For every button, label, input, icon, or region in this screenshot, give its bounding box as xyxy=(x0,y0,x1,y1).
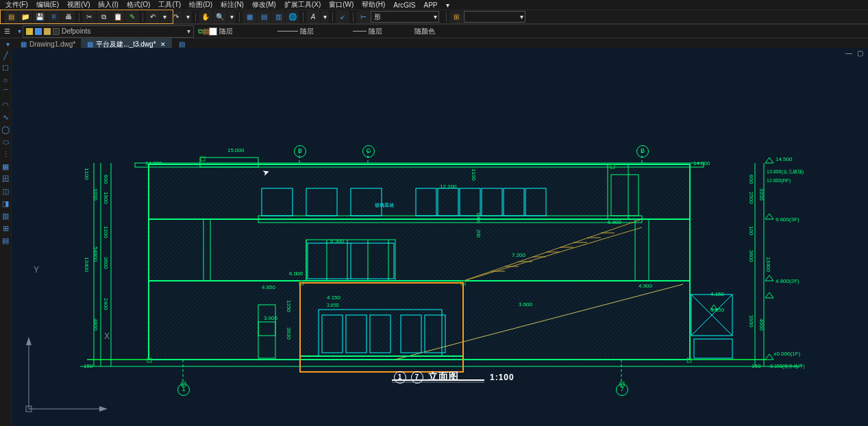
grid3-icon[interactable]: ▥ xyxy=(271,11,285,23)
region-icon[interactable]: ▤ xyxy=(1,236,10,245)
menu-more[interactable]: ▾ xyxy=(446,1,449,9)
title-circle-2: 7 xyxy=(411,371,423,384)
level-text: 12.800(RF) xyxy=(767,178,791,183)
text-drop-icon[interactable]: ▾ xyxy=(321,11,329,23)
level-text: 14.500 xyxy=(776,156,792,162)
menu-tools[interactable]: 工具(T) xyxy=(158,0,181,10)
pan-icon[interactable]: ✋ xyxy=(199,11,212,23)
layer-dropdown-toggle[interactable]: ▾ xyxy=(18,27,21,35)
undo-drop-icon[interactable]: ▾ xyxy=(160,11,169,23)
ellipse-icon[interactable]: ◯ xyxy=(1,125,10,134)
table-style-icon[interactable]: ⊞ xyxy=(449,11,463,23)
arc2-icon[interactable]: ◠ xyxy=(1,100,10,110)
dim-text: 14.000 xyxy=(693,160,710,166)
block2-icon[interactable]: ◫ xyxy=(1,186,10,196)
menu-edit[interactable]: 编辑(E) xyxy=(36,0,59,10)
cut-icon[interactable]: ✂ xyxy=(82,11,96,23)
dim-style-combo[interactable]: 形 xyxy=(371,11,439,23)
dim-text: 13400 xyxy=(84,257,90,272)
menu-help[interactable]: 帮助(H) xyxy=(362,0,385,10)
menu-view[interactable]: 视图(V) xyxy=(67,0,90,10)
dim-text: 6.800 xyxy=(608,219,621,225)
grid2-icon[interactable]: ▤ xyxy=(257,11,271,23)
layer-props-icon[interactable]: ☰ xyxy=(4,27,14,35)
ucs-icon: Y X xyxy=(18,337,114,419)
spline-icon[interactable]: ∿ xyxy=(1,112,10,122)
lock-icon xyxy=(44,28,51,35)
dim-text: 3.600 xyxy=(519,301,532,308)
layer-color-swatch xyxy=(53,28,60,35)
grid1-icon[interactable]: ▦ xyxy=(243,11,256,23)
lightbulb-icon xyxy=(26,28,33,35)
dim-text: 3.600 xyxy=(264,315,277,321)
text-style-icon[interactable]: A xyxy=(306,11,320,23)
menu-ext[interactable]: 扩展工具(X) xyxy=(284,0,321,10)
freeze-icon xyxy=(35,28,42,35)
new-icon[interactable]: ▤ xyxy=(4,11,18,23)
maximize-icon[interactable]: ▢ xyxy=(856,49,864,57)
axis-bubble: B xyxy=(294,145,306,158)
redo-drop-icon[interactable]: ▾ xyxy=(184,11,192,23)
menu-dim[interactable]: 标注(N) xyxy=(221,0,244,10)
dim-text: 3.650 xyxy=(327,303,339,308)
plotstyle-combo[interactable]: 随颜色 xyxy=(414,27,469,36)
axis-bubble: G xyxy=(362,145,375,158)
hatch-icon[interactable]: ▦ xyxy=(1,162,10,171)
dim-text: 54800 xyxy=(92,247,99,262)
layer-name: Defpoints xyxy=(62,27,184,35)
level-text: -0.150(室外地坪) xyxy=(769,363,805,370)
ellipse-arc-icon[interactable]: ⬭ xyxy=(1,137,10,147)
layeriso-icon[interactable]: ▤ xyxy=(203,27,209,35)
level-text: 3.950 xyxy=(710,307,724,313)
match-icon[interactable]: ✎ xyxy=(125,11,139,23)
dim-style-icon[interactable]: ⊢ xyxy=(356,11,370,23)
undo-icon[interactable]: ↶ xyxy=(146,11,160,23)
menu-window[interactable]: 窗口(W) xyxy=(329,0,354,10)
dim-text: 4.900 xyxy=(638,283,652,289)
rect-icon[interactable]: ☐ xyxy=(1,63,10,73)
globe-icon[interactable]: 🌐 xyxy=(286,11,299,23)
drawing-viewport[interactable]: — ▢ xyxy=(12,48,868,426)
copy-icon[interactable]: ⧉ xyxy=(97,11,110,23)
menu-insert[interactable]: 插入(I) xyxy=(98,0,118,10)
table-icon[interactable]: ▥ xyxy=(1,211,10,221)
dim-text: 12.200 xyxy=(440,184,456,190)
save-icon[interactable]: 💾 xyxy=(33,11,47,23)
block3-icon[interactable]: ◨ xyxy=(1,199,10,208)
point-icon[interactable]: ⋮ xyxy=(1,149,10,159)
saveall-icon[interactable]: ⎘ xyxy=(47,11,61,23)
menu-format[interactable]: 格式(O) xyxy=(127,0,150,10)
menu-file[interactable]: 文件(F) xyxy=(5,0,28,10)
color-combo[interactable]: 随层 xyxy=(209,27,277,36)
plot-icon[interactable]: 🖶 xyxy=(62,11,75,23)
close-tab-icon[interactable]: ✕ xyxy=(160,41,166,48)
linetype-combo[interactable]: 随层 xyxy=(277,27,353,36)
axis-bubble: 7 xyxy=(616,384,628,396)
table-style-combo[interactable] xyxy=(464,11,525,23)
dim-text: 3600 xyxy=(103,257,109,269)
cad-drawing: ➤ B G B 1 7 14.000 15.000 12.200 14.000 … xyxy=(80,151,799,387)
lineweight-combo[interactable]: 随层 xyxy=(353,27,414,36)
dim-text: 1100 xyxy=(471,168,477,181)
layer-combo[interactable]: Defpoints xyxy=(23,25,194,38)
paste-icon[interactable]: 📋 xyxy=(111,11,125,23)
ucs-x-label: X xyxy=(104,331,110,341)
zoom-drop-icon[interactable]: ▾ xyxy=(227,11,236,23)
zoom-icon[interactable]: 🔍 xyxy=(213,11,227,23)
mtext-icon[interactable]: ⊞ xyxy=(1,223,10,233)
arc-icon[interactable]: ⌒ xyxy=(1,88,10,97)
menu-modify[interactable]: 修改(M) xyxy=(252,0,276,10)
circle-icon[interactable]: ○ xyxy=(1,75,10,85)
menu-arcgis[interactable]: ArcGIS xyxy=(393,1,415,9)
menu-app[interactable]: APP xyxy=(424,1,438,9)
dim-text: 8.300 xyxy=(330,238,344,245)
line-icon[interactable]: ╱ xyxy=(1,51,10,60)
open-icon[interactable]: 📁 xyxy=(18,11,32,23)
axis-bubble: B xyxy=(636,145,649,158)
block-icon[interactable]: 田 xyxy=(1,174,10,184)
minimize-icon[interactable]: — xyxy=(845,49,853,57)
leader-icon[interactable]: ↙ xyxy=(336,11,349,23)
redo-icon[interactable]: ↷ xyxy=(169,11,183,23)
layerstate-icon[interactable]: ⧉ xyxy=(198,27,203,36)
menu-draw[interactable]: 绘图(D) xyxy=(189,0,212,10)
